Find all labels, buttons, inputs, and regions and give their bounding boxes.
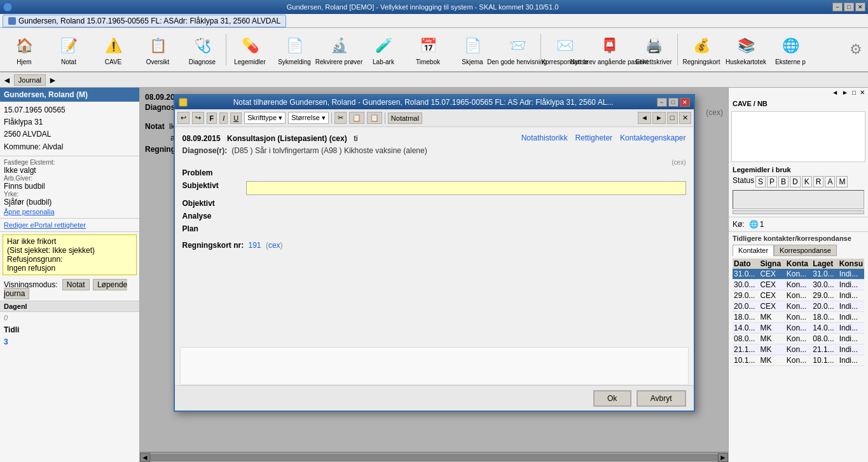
rediger-portal-link[interactable]: Rediger ePortal rettigheter bbox=[4, 221, 135, 229]
contact-row-6[interactable]: 08.0... MK Kon... 08.0... Indi... bbox=[733, 334, 864, 344]
nav-expand-btn[interactable]: □ bbox=[667, 112, 678, 124]
toolbar-regnsk[interactable]: 💰 Regningskort bbox=[680, 30, 723, 69]
undo-btn[interactable]: ↩ bbox=[177, 112, 189, 124]
nav-next-btn[interactable]: ► bbox=[652, 112, 666, 124]
med-scroll-area[interactable] bbox=[733, 190, 864, 209]
toolbar-huskekartotek[interactable]: 📚 Huskekartotek bbox=[724, 30, 768, 69]
toolbar-sykmelding[interactable]: 📄 Sykmelding bbox=[273, 30, 316, 69]
font-dropdown[interactable]: Skrifttype ▾ bbox=[244, 112, 286, 124]
legemidler-section: Legemidler i bruk Status S P B D K R A M bbox=[729, 163, 868, 217]
italic-btn[interactable]: I bbox=[219, 112, 228, 124]
copy-btn[interactable]: 📋 bbox=[349, 112, 364, 124]
contact-row-4[interactable]: 18.0... MK Kon... 18.0... Indi... bbox=[733, 312, 864, 323]
journal-nav-btn[interactable]: Journal bbox=[14, 74, 46, 86]
c-signa: MK bbox=[759, 345, 785, 354]
oversikt-icon: 📋 bbox=[146, 34, 169, 57]
c-laget: 18.0... bbox=[811, 313, 837, 322]
status-d[interactable]: D bbox=[790, 176, 801, 187]
arbgiver-value: Finns budbil bbox=[4, 182, 135, 191]
c-konsu: Indi... bbox=[838, 291, 864, 300]
toolbar-hjem[interactable]: 🏠 Hjem bbox=[3, 30, 46, 69]
notat-tab-btn[interactable]: Notat bbox=[62, 279, 90, 290]
toolbar-etikett[interactable]: 🖨️ Etikettskriver bbox=[632, 30, 675, 69]
svg-point-0 bbox=[3, 3, 12, 11]
toolbar-notat[interactable]: 📝 Notat bbox=[47, 30, 90, 69]
contact-row-2[interactable]: 29.0... CEX Kon... 29.0... Indi... bbox=[733, 290, 864, 301]
modal-minimize-btn[interactable]: − bbox=[657, 98, 667, 107]
right-nav-expand[interactable]: □ bbox=[850, 89, 858, 96]
c-signa: CEX bbox=[759, 302, 785, 311]
toolbar-cave[interactable]: ⚠️ CAVE bbox=[92, 30, 135, 69]
right-nav-prev[interactable]: ◄ bbox=[830, 89, 840, 96]
fastlege-section: Fastlege Eksternt: Ikke valgt Arb.Giver:… bbox=[0, 156, 139, 219]
redo-btn[interactable]: ↪ bbox=[192, 112, 204, 124]
nav-prev-btn[interactable]: ◄ bbox=[638, 112, 651, 124]
toolbar-rekvirere[interactable]: 🔬 Rekvirere prøver bbox=[317, 30, 361, 69]
col-laget: Laget bbox=[811, 259, 837, 268]
modal-regn-cex-inner[interactable]: cex bbox=[268, 241, 280, 250]
cut-btn[interactable]: ✂ bbox=[334, 112, 347, 124]
modal-close-btn[interactable]: ✕ bbox=[680, 98, 690, 107]
status-b[interactable]: B bbox=[778, 176, 789, 187]
subjektivt-input[interactable] bbox=[246, 181, 686, 195]
toolbar-timebok[interactable]: 📅 Timebok bbox=[406, 30, 450, 69]
modal-regn-nr[interactable]: 191 bbox=[249, 241, 261, 250]
contact-row-7[interactable]: 21.1... MK Kon... 21.1... Indi... bbox=[733, 344, 864, 355]
status-s[interactable]: S bbox=[755, 176, 766, 187]
frikort-text: Har ikke frikort bbox=[7, 237, 132, 246]
underline-btn[interactable]: U bbox=[230, 112, 242, 124]
tab-kontakter[interactable]: Kontakter bbox=[733, 245, 774, 256]
toolbar-externe[interactable]: 🌐 Eksterne p bbox=[769, 30, 812, 69]
status-m[interactable]: M bbox=[836, 176, 848, 187]
contact-row-1[interactable]: 30.0... CEX Kon... 30.0... Indi... bbox=[733, 280, 864, 290]
status-p[interactable]: P bbox=[767, 176, 777, 187]
toolbar-diagnose[interactable]: 🩺 Diagnose bbox=[181, 30, 224, 69]
notathistorikk-link[interactable]: Notathistorikk bbox=[521, 133, 568, 142]
toolbar-sep bbox=[331, 112, 332, 124]
cancel-button[interactable]: Avbryt bbox=[637, 390, 686, 407]
patient-address1: Flåklypa 31 bbox=[4, 116, 135, 128]
bold-btn[interactable]: F bbox=[207, 112, 217, 124]
modal-scroll-area[interactable] bbox=[180, 347, 689, 385]
toolbar-henv[interactable]: 📨 Den gode henvisning bbox=[495, 30, 539, 69]
tab-korrespondanse[interactable]: Korrespondanse bbox=[774, 245, 837, 256]
right-nav-next[interactable]: ► bbox=[840, 89, 850, 96]
notatmal-btn[interactable]: Notatmal bbox=[388, 112, 422, 124]
toolbar-legemidler[interactable]: 💊 Legemidler bbox=[228, 30, 272, 69]
modal-maximize-btn[interactable]: □ bbox=[668, 98, 679, 107]
paste-btn[interactable]: 📋 bbox=[367, 112, 382, 124]
toolbar-nytt[interactable]: 📮 Nytt brev angående pasient bbox=[588, 30, 631, 69]
toolbar-lab[interactable]: 🧪 Lab-ark bbox=[362, 30, 405, 69]
toolbar-settings[interactable]: ⚙ bbox=[846, 30, 865, 69]
status-a[interactable]: A bbox=[825, 176, 835, 187]
maximize-button[interactable]: □ bbox=[844, 3, 854, 11]
contact-row-8[interactable]: 10.1... MK Kon... 10.1... Indi... bbox=[733, 355, 864, 366]
rettigheter-link[interactable]: Rettigheter bbox=[575, 133, 612, 142]
sykmelding-label: Sykmelding bbox=[278, 58, 311, 65]
right-nav-close[interactable]: ✕ bbox=[858, 89, 867, 96]
nav-arrow-right[interactable]: ► bbox=[48, 75, 57, 85]
app-tab[interactable]: Gundersen, Roland 15.07.1965-00565 FL: A… bbox=[3, 15, 286, 27]
nav-close-x-btn[interactable]: ✕ bbox=[679, 112, 691, 124]
med-h-scroll[interactable] bbox=[733, 210, 864, 214]
apne-personalia-link[interactable]: Åpne personalia bbox=[4, 208, 135, 215]
contact-row-3[interactable]: 20.0... CEX Kon... 20.0... Indi... bbox=[733, 301, 864, 312]
tidl-date[interactable]: 3 bbox=[4, 337, 135, 346]
c-laget: 21.1... bbox=[811, 345, 837, 354]
status-k[interactable]: K bbox=[802, 176, 812, 187]
nav-arrow-left[interactable]: ◄ bbox=[3, 75, 11, 85]
contact-row-0[interactable]: 31.0... CEX Kon... 31.0... Indi... bbox=[733, 269, 864, 280]
contact-row-5[interactable]: 14.0... MK Kon... 14.0... Indi... bbox=[733, 323, 864, 334]
c-dato: 30.0... bbox=[733, 280, 759, 289]
externe-label: Eksterne p bbox=[775, 58, 806, 65]
close-button[interactable]: ✕ bbox=[855, 3, 865, 11]
kontaktegenskaper-link[interactable]: Kontaktegenskaper bbox=[620, 133, 685, 142]
size-dropdown[interactable]: Størrelse ▾ bbox=[288, 112, 329, 124]
status-r[interactable]: R bbox=[813, 176, 824, 187]
toolbar-oversikt[interactable]: 📋 Oversikt bbox=[136, 30, 179, 69]
c-laget: 08.0... bbox=[811, 334, 837, 343]
modal-title-bar: Notat tilhørende Gundersen, Roland - Gun… bbox=[175, 95, 694, 109]
ok-button[interactable]: Ok bbox=[593, 390, 631, 407]
minimize-button[interactable]: − bbox=[832, 3, 843, 11]
contact-table: Dato Signa Konta Laget Konsu 31.0... CEX… bbox=[733, 259, 864, 459]
